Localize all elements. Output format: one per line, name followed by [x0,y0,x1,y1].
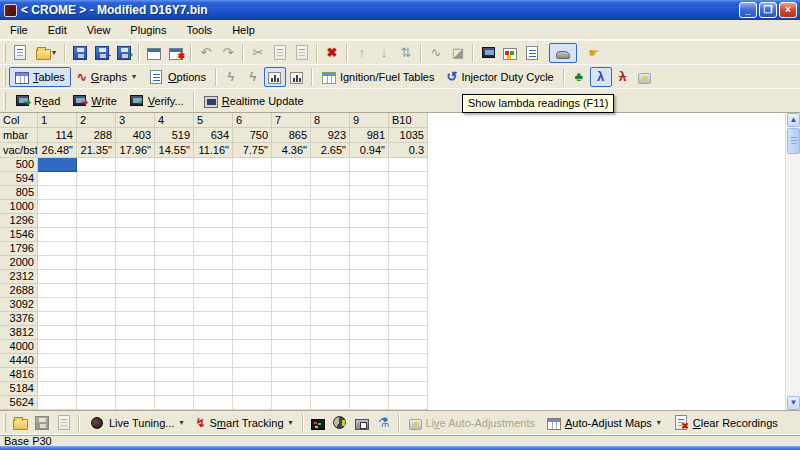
data-cell[interactable] [389,382,428,396]
data-cell[interactable] [233,396,272,410]
low-cam-table-button[interactable] [264,67,286,87]
data-cell[interactable] [389,312,428,326]
data-cell[interactable] [116,354,155,368]
menu-file[interactable]: File [0,22,38,38]
data-cell[interactable] [155,270,194,284]
data-cell[interactable] [311,284,350,298]
data-cell[interactable] [155,200,194,214]
delete-button[interactable]: ✖ [321,43,343,63]
data-cell[interactable] [155,186,194,200]
data-cell[interactable] [389,284,428,298]
ignition-fuel-tables-button[interactable]: Ignition/Fuel Tables [316,67,441,87]
undo-button[interactable]: ↶ [195,43,217,63]
live-tuning-dropdown-icon[interactable]: ▾ [179,418,183,427]
open-file-button[interactable]: ▾ [31,43,61,63]
data-cell[interactable] [389,256,428,270]
data-cell[interactable] [233,242,272,256]
data-cell[interactable] [350,214,389,228]
data-cell[interactable] [272,396,311,410]
gauge-cluster-button[interactable] [329,413,351,433]
data-cell[interactable] [155,326,194,340]
data-cell[interactable] [116,242,155,256]
data-cell[interactable] [311,186,350,200]
data-cell[interactable] [77,312,116,326]
data-cell[interactable] [38,312,77,326]
data-cell[interactable] [311,382,350,396]
rom-monitor-button[interactable] [477,43,499,63]
data-cell[interactable] [155,396,194,410]
smart-tracking-dropdown-icon[interactable]: ▾ [289,418,293,427]
data-cell[interactable] [116,172,155,186]
line-graph-button[interactable]: ∿ [425,43,447,63]
data-cell[interactable] [233,326,272,340]
save-log-button[interactable] [31,413,53,433]
data-cell[interactable] [272,256,311,270]
data-cell[interactable] [311,214,350,228]
data-cell[interactable] [350,326,389,340]
data-cell[interactable] [272,368,311,382]
data-cell[interactable] [272,200,311,214]
data-cell[interactable] [194,326,233,340]
data-cell[interactable] [38,298,77,312]
menu-tools[interactable]: Tools [176,22,222,38]
scroll-down-icon[interactable]: ▼ [787,396,800,410]
data-cell[interactable] [116,200,155,214]
data-cell[interactable] [389,396,428,410]
data-cell[interactable] [350,228,389,242]
data-cell[interactable] [350,270,389,284]
data-cell[interactable] [77,368,116,382]
data-cell[interactable] [233,368,272,382]
data-cell[interactable] [233,298,272,312]
data-cell[interactable] [116,326,155,340]
tables-button[interactable]: Tables [9,67,71,87]
data-cell[interactable] [272,186,311,200]
data-cell[interactable] [233,228,272,242]
data-cell[interactable] [311,256,350,270]
open-dropdown-icon[interactable]: ▾ [52,48,56,57]
data-cell[interactable] [272,326,311,340]
new-window-button[interactable]: ✱ [165,43,187,63]
auto-adjust-dropdown-icon[interactable]: ▾ [657,418,661,427]
high-cam-table-button[interactable] [286,67,308,87]
injector-duty-cycle-button[interactable]: ↺ Injector Duty Cycle [440,67,559,87]
data-cell[interactable] [233,158,272,172]
data-cell[interactable] [389,242,428,256]
selected-cell[interactable] [38,158,77,172]
data-cell[interactable] [194,256,233,270]
save-verify-button[interactable]: ? [113,43,135,63]
data-cell[interactable] [350,186,389,200]
data-cell[interactable] [389,270,428,284]
data-cell[interactable] [272,172,311,186]
data-cell[interactable] [311,326,350,340]
data-cell[interactable] [350,200,389,214]
open-log-button[interactable] [9,413,31,433]
data-cell[interactable] [38,228,77,242]
spark-low-button[interactable]: ϟ [220,67,242,87]
data-cell[interactable] [389,186,428,200]
data-cell[interactable] [350,284,389,298]
data-cell[interactable] [155,340,194,354]
data-cell[interactable] [116,228,155,242]
snapshot-button[interactable] [351,413,373,433]
menu-edit[interactable]: Edit [38,22,77,38]
data-cell[interactable] [77,326,116,340]
data-cell[interactable] [116,340,155,354]
data-cell[interactable] [116,214,155,228]
data-cell[interactable] [389,200,428,214]
tree-view-button[interactable]: ♣ [568,67,590,87]
minimize-button[interactable]: _ [739,2,757,18]
data-cell[interactable] [38,396,77,410]
data-cell[interactable] [272,242,311,256]
scroll-up-icon[interactable]: ▲ [787,113,800,127]
data-cell[interactable] [116,396,155,410]
data-cell[interactable] [311,340,350,354]
copy-button[interactable] [269,43,291,63]
data-cell[interactable] [311,270,350,284]
data-cell[interactable] [38,382,77,396]
spark-high-button[interactable]: ϟ [242,67,264,87]
move-up-button[interactable]: ↑ [351,43,373,63]
data-cell[interactable] [194,368,233,382]
data-cell[interactable] [194,214,233,228]
redo-button[interactable]: ↷ [217,43,239,63]
data-cell[interactable] [194,382,233,396]
